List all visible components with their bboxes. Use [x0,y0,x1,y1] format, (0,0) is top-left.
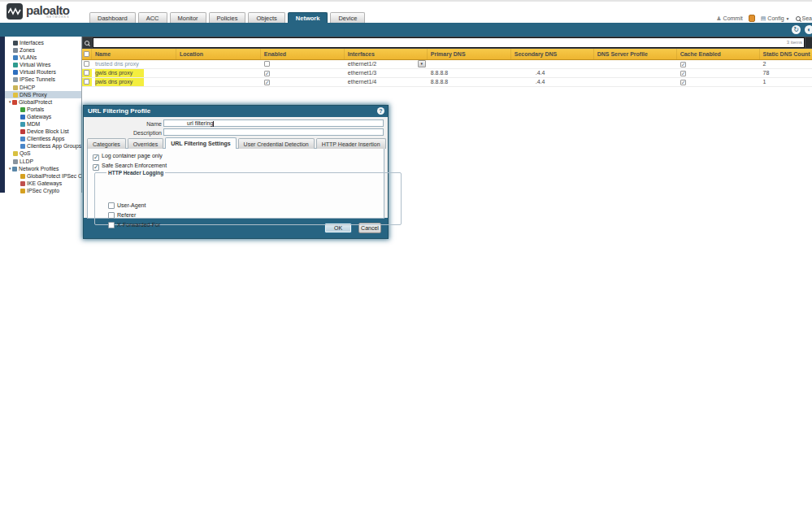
cell-name[interactable]: pwls dns proxy [93,78,176,86]
table-row[interactable]: pwls dns proxy ethernet1/4 8.8.8.8 .4.4 … [82,78,812,87]
column-header-dns-server-profile[interactable]: DNS Server Profile [596,49,677,59]
table-header-row: Name Location Enabled Interfaces Primary… [82,49,812,60]
sidebar-item-ike-gateways[interactable]: IKE Gateways [5,180,81,187]
row-checkbox[interactable] [82,69,92,77]
cell-name[interactable]: gwls dns proxy [93,69,176,77]
filter-search-button[interactable] [83,37,92,48]
tab-dashboard[interactable]: Dashboard [89,12,136,23]
device-block-list-icon [20,129,25,134]
table-row[interactable]: trusted dns proxy ethernet1/2▾ 2 [82,60,812,69]
checkbox-icon [264,61,270,67]
column-header-primary-dns[interactable]: Primary DNS [429,49,511,59]
http-header-logging-legend: HTTP Header Logging [106,170,165,176]
cell-cache-enabled[interactable] [679,78,760,86]
sidebar-item-zones[interactable]: Zones [5,46,81,54]
mdm-icon [20,122,25,127]
app-header: paloalto NETWORKS Dashboard ACC Monitor … [0,2,812,23]
referer-option[interactable]: Referer [108,211,136,219]
search-icon [85,41,89,46]
tab-network[interactable]: Network [288,12,328,23]
tab-monitor[interactable]: Monitor [170,12,206,23]
name-label: Name [85,121,162,127]
commit-button[interactable]: ♟ Commit [716,15,742,22]
sidebar-item-gateways[interactable]: Gateways [5,113,81,120]
config-menu-button[interactable]: ▤ Config ▼ [761,15,790,22]
sidebar-item-globalprotect-ipsec-crypto[interactable]: GlobalProtect IPSec Crypto [5,172,81,180]
sidebar-item-dhcp[interactable]: DHCP [5,84,81,91]
sidebar-item-device-block-list[interactable]: Device Block List [5,128,81,135]
gateways-icon [20,115,25,119]
column-header-enabled[interactable]: Enabled [263,49,345,59]
utility-bar: ♟ Commit ▤ Config ▼ Sea [710,14,812,23]
column-header-secondary-dns[interactable]: Secondary DNS [513,49,594,59]
checkbox-icon[interactable] [108,202,115,209]
checkbox-icon[interactable] [108,222,115,228]
sidebar-item-vlans[interactable]: VLANs [5,54,81,61]
save-button[interactable] [749,15,755,22]
help-icon[interactable]: ◐ [805,25,812,34]
cell-enabled[interactable] [263,78,345,86]
cell-name[interactable]: trusted dns proxy [93,60,176,68]
dialog-tab-user-credential-detection[interactable]: User Credential Detection [238,138,315,149]
sidebar-item-ipsec-crypto[interactable]: IPSec Crypto [5,187,81,194]
safe-search-enforcement-option[interactable]: Safe Search Enforcement [93,162,167,169]
user-agent-option[interactable]: User-Agent [108,202,145,209]
sidebar-item-globalprotect[interactable]: ▼GlobalProtect [5,98,81,106]
cell-enabled[interactable] [263,69,345,77]
dialog-tab-url-filtering-settings[interactable]: URL Filtering Settings [165,137,236,149]
sidebar-item-dns-proxy[interactable]: DNS Proxy [5,91,81,98]
filter-input[interactable] [93,37,805,48]
sidebar-item-virtual-routers[interactable]: Virtual Routers [5,68,81,76]
cell-interfaces[interactable]: ethernet1/4 [346,78,428,86]
sidebar-item-virtual-wires[interactable]: Virtual Wires [5,61,81,68]
cell-cache-enabled[interactable] [679,60,760,68]
dialog-help-icon[interactable]: ? [377,107,384,115]
sidebar-item-lldp[interactable]: LLDP [5,158,81,165]
sidebar-item-clientless-app-groups[interactable]: Clientless App Groups [5,142,81,150]
tab-device[interactable]: Device [330,12,365,23]
cell-cache-enabled[interactable] [679,69,760,77]
x-forwarded-for-option[interactable]: X-Forwarded-For [108,221,160,228]
checkbox-icon [264,71,270,76]
tab-policies[interactable]: Policies [209,12,246,23]
row-checkbox[interactable] [82,60,92,68]
log-container-page-only-option[interactable]: Log container page only [93,152,163,159]
dialog-tab-http-header-insertion[interactable]: HTTP Header Insertion [316,138,386,149]
sidebar-item-qos[interactable]: QoS [5,150,81,157]
row-checkbox[interactable] [82,78,92,86]
sidebar-item-ipsec-tunnels[interactable]: IPSec Tunnels [5,76,81,83]
checkbox-icon[interactable] [108,212,115,219]
cell-interfaces[interactable]: ethernet1/3 [346,69,428,77]
sidebar-item-portals[interactable]: Portals [5,106,81,113]
column-header-name[interactable]: Name [93,49,176,59]
dialog-titlebar[interactable]: URL Filtering Profile ? [84,106,388,117]
clientless-apps-icon [20,137,25,141]
column-header-interfaces[interactable]: Interfaces [346,49,428,59]
select-all-checkbox[interactable] [82,49,92,59]
dialog-tab-categories[interactable]: Categories [87,138,126,149]
sidebar-item-clientless-apps[interactable]: Clientless Apps [5,135,81,142]
http-header-logging-group: HTTP Header Logging User-Agent Referer X… [94,170,402,225]
tab-objects[interactable]: Objects [248,12,284,23]
table-options-button[interactable] [805,37,812,48]
cell-enabled[interactable] [263,60,345,68]
checkbox-icon[interactable] [93,154,99,161]
cell-interfaces[interactable]: ethernet1/2▾ [346,60,428,68]
sidebar-item-network-profiles[interactable]: ▼Network Profiles [5,165,81,172]
cell-dns-server-profile [596,69,677,77]
zones-icon [13,48,18,53]
description-input[interactable] [163,128,384,136]
sidebar-item-interfaces[interactable]: Interfaces [5,39,81,46]
column-header-static-dns-count[interactable]: Static DNS Count [762,49,812,59]
tab-acc[interactable]: ACC [138,12,167,23]
column-header-cache-enabled[interactable]: Cache Enabled [679,49,760,59]
interfaces-dropdown-button[interactable]: ▾ [418,60,426,67]
name-input[interactable]: url filtering [163,119,384,127]
search-button[interactable]: Sea [796,15,812,21]
sidebar-item-mdm[interactable]: MDM [5,120,81,128]
dialog-tab-overrides[interactable]: Overrides [128,138,163,149]
items-count: 3 items [787,40,802,45]
column-header-location[interactable]: Location [178,49,261,59]
table-row[interactable]: gwls dns proxy ethernet1/3 8.8.8.8 .4.4 … [82,69,812,78]
refresh-icon[interactable]: ↻ [792,25,801,34]
